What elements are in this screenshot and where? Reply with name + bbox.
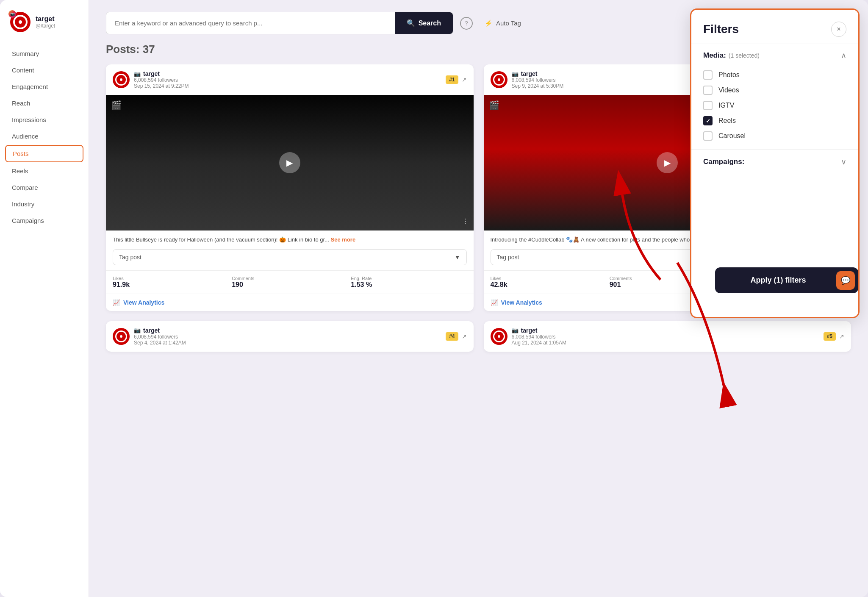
post-logo-4 [491,328,507,345]
auto-tag-button[interactable]: ⚡ Auto Tag [480,16,526,31]
video-icon-2: 🎬 [489,100,499,110]
filters-media-selected: (1 selected) [729,52,760,59]
brand-info: target @/target [36,15,55,29]
see-more-1[interactable]: See more [331,236,356,243]
play-button-2[interactable]: ▶ [657,152,678,173]
filters-panel: Filters × Media: (1 selected) ∧ [690,8,860,318]
tag-post-select-1[interactable]: Tag post ▼ [113,249,467,265]
sidebar-item-posts[interactable]: Posts [5,145,83,162]
app-container: 📷 target @/target Summary Content Engage… [0,0,868,597]
post-followers-3: 6,008,594 followers [134,334,186,340]
filter-checkbox-photos[interactable] [703,70,713,80]
filter-checkbox-igtv[interactable] [703,101,713,110]
stat-likes-1: Likes 91.9k [113,276,228,289]
stat-comments-1: Comments 190 [232,276,347,289]
post-username-1: target [143,70,160,77]
post-date-3: Sep 4, 2024 at 1:42AM [134,340,186,346]
filter-label-reels: Reels [718,117,736,125]
post-rank-1: #1 [446,75,458,84]
post-date-2: Sep 9, 2024 at 5:30PM [512,83,564,89]
post-date-4: Aug 21, 2024 at 1:05AM [512,340,566,346]
post-followers-2: 6,008,594 followers [512,77,564,83]
filters-close-button[interactable]: × [831,22,846,37]
post-username-2: target [521,70,538,77]
posts-count: Posts: 37 [106,43,155,56]
post-rank-3: #4 [446,332,458,341]
filter-option-carousel[interactable]: Carousel [703,131,846,141]
more-options-1[interactable]: ⋮ [462,217,469,225]
sidebar-brand: 📷 target @/target [0,12,89,46]
filters-header: Filters × [691,10,858,44]
chat-icon-button[interactable]: 💬 [836,271,855,290]
post-image-1: 🎬 ▶ ⋮ [106,95,474,230]
stat-likes-2: Likes 42.8k [491,276,606,289]
filter-checkbox-videos[interactable] [703,86,713,95]
post-username-3: target [143,327,160,334]
post-username-4: target [521,327,538,334]
apply-filters-button[interactable]: Apply (1) filters 💬 [715,267,858,293]
play-button-1[interactable]: ▶ [279,152,300,173]
sidebar-item-summary[interactable]: Summary [5,46,83,61]
filters-media-header[interactable]: Media: (1 selected) ∧ [691,44,858,67]
post-rank-4: #5 [824,332,836,341]
sidebar-item-campaigns[interactable]: Campaigns [5,213,83,228]
sidebar-item-impressions[interactable]: Impressions [5,112,83,128]
post-header-4: 📷 target 6,008,594 followers Aug 21, 202… [484,321,851,352]
post-external-icon-1[interactable]: ↗ [462,76,467,83]
instagram-icon: 📷 [8,10,16,18]
filters-campaigns-header[interactable]: Campaigns: ∨ [691,150,858,174]
filter-checkbox-carousel[interactable] [703,131,713,141]
sidebar-item-audience[interactable]: Audience [5,128,83,144]
filter-option-reels[interactable]: Reels [703,116,846,125]
filter-checkbox-reels[interactable] [703,116,713,125]
help-icon[interactable]: ? [460,17,473,30]
search-input[interactable] [106,13,395,33]
sidebar-item-reach[interactable]: Reach [5,95,83,111]
post-card-4: 📷 target 6,008,594 followers Aug 21, 202… [484,321,851,352]
post-header-1: 📷 target 6,008,594 followers Sep 15, 202… [106,64,474,95]
search-button-label: Search [419,19,441,27]
post-followers-1: 6,008,594 followers [134,77,189,83]
filters-campaigns-section: Campaigns: ∨ [691,150,858,174]
filter-label-photos: Photos [718,71,740,79]
brand-handle: @/target [36,23,55,29]
search-button[interactable]: 🔍 Search [395,12,453,34]
post-card-3: 📷 target 6,008,594 followers Sep 4, 2024… [106,321,474,352]
close-icon: × [837,25,840,33]
filters-campaigns-title: Campaigns: [703,158,744,166]
post-followers-4: 6,008,594 followers [512,334,566,340]
filter-label-carousel: Carousel [718,132,746,140]
sidebar-item-content[interactable]: Content [5,62,83,78]
filters-media-section: Media: (1 selected) ∧ Photos Videos [691,44,858,150]
search-input-wrap: 🔍 Search [106,12,453,34]
main-content: 🔍 Search ? ⚡ Auto Tag Posts: 37 [89,0,868,597]
post-logo-1 [113,71,130,88]
sidebar-item-industry[interactable]: Industry [5,196,83,212]
filters-options: Photos Videos IGTV Reels [691,67,858,149]
stat-eng-rate-1: Eng. Rate 1.53 % [351,276,466,289]
apply-filters-label: Apply (1) filters [750,276,806,284]
sidebar-item-reels[interactable]: Reels [5,163,83,179]
brand-name: target [36,15,55,23]
filters-media-title: Media: [703,51,726,60]
post-logo-2 [491,71,507,88]
filter-option-igtv[interactable]: IGTV [703,101,846,110]
chevron-down-icon-1: ▼ [455,254,460,261]
filter-option-photos[interactable]: Photos [703,70,846,80]
sidebar-item-compare[interactable]: Compare [5,180,83,195]
video-icon-1: 🎬 [111,100,122,110]
post-stats-1: Likes 91.9k Comments 190 Eng. Rate 1.53 … [106,270,474,294]
post-header-3: 📷 target 6,008,594 followers Sep 4, 2024… [106,321,474,352]
post-caption-1: This little Bullseye is ready for Hallow… [106,230,474,249]
view-analytics-1[interactable]: 📈 View Analytics [106,294,474,311]
sidebar: 📷 target @/target Summary Content Engage… [0,0,89,597]
filter-option-videos[interactable]: Videos [703,86,846,95]
sidebar-item-engagement[interactable]: Engagement [5,79,83,94]
post-card-1: 📷 target 6,008,594 followers Sep 15, 202… [106,64,474,311]
search-icon: 🔍 [407,19,415,27]
post-external-icon-3[interactable]: ↗ [462,333,467,340]
filters-title: Filters [703,22,739,36]
post-external-icon-4[interactable]: ↗ [839,333,844,340]
chevron-down-icon-campaigns: ∨ [841,157,846,167]
post-date-1: Sep 15, 2024 at 9:22PM [134,83,189,89]
